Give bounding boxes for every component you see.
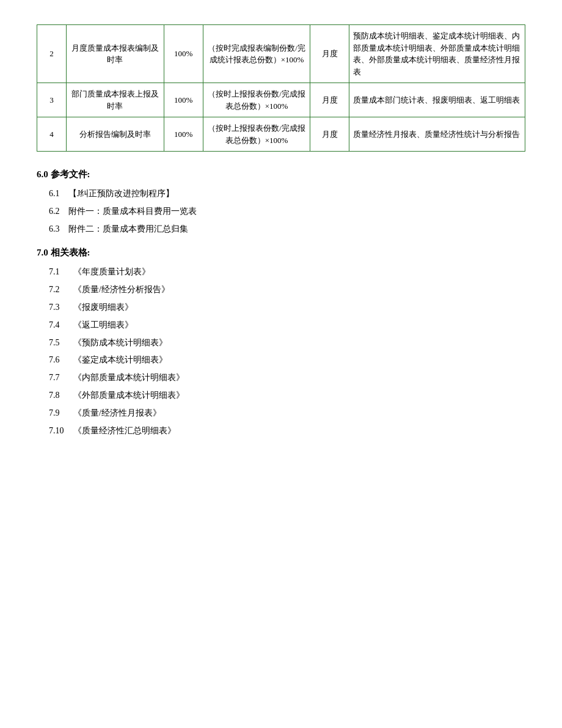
list-item: 6.1【J纠正预防改进控制程序】 (49, 186, 525, 201)
row-target: 100% (164, 117, 203, 152)
item-text: 附件二：质量成本费用汇总归集 (68, 224, 188, 233)
main-table: 2 月度质量成本报表编制及时率 100% （按时完成报表编制份数/完成统计报表总… (37, 24, 525, 152)
section7-heading: 7.0 相关表格: (37, 247, 525, 259)
row-record: 质量成本部门统计表、报废明细表、返工明细表 (349, 83, 525, 117)
item-text: 《鉴定成本统计明细表》 (73, 355, 167, 364)
section7: 7.0 相关表格: 7.1《年度质量计划表》7.2《质量/经济性分析报告》7.3… (37, 247, 525, 438)
list-item: 7.5《预防成本统计明细表》 (49, 336, 525, 350)
section6-list: 6.1【J纠正预防改进控制程序】6.2附件一：质量成本科目费用一览表6.3附件二… (49, 186, 525, 236)
row-target: 100% (164, 25, 203, 83)
item-text: 附件一：质量成本科目费用一览表 (68, 207, 197, 216)
item-text: 《预防成本统计明细表》 (73, 338, 167, 347)
section6-heading-text: 6.0 参考文件: (37, 169, 90, 179)
row-formula: （按时完成报表编制份数/完成统计报表总份数）×100% (203, 25, 310, 83)
item-text: 《返工明细表》 (73, 320, 133, 329)
section7-list: 7.1《年度质量计划表》7.2《质量/经济性分析报告》7.3《报废明细表》7.4… (49, 265, 525, 438)
table-row: 4 分析报告编制及时率 100% （按时上报报表份数/完成报表总份数）×100%… (37, 117, 525, 152)
row-frequency: 月度 (310, 83, 349, 117)
list-item: 7.4《返工明细表》 (49, 318, 525, 333)
row-formula: （按时上报报表份数/完成报表总份数）×100% (203, 83, 310, 117)
section6: 6.0 参考文件: 6.1【J纠正预防改进控制程序】6.2附件一：质量成本科目费… (37, 169, 525, 236)
item-num: 6.2 (49, 204, 68, 219)
item-num: 7.1 (49, 265, 73, 279)
item-num: 7.10 (49, 424, 73, 438)
list-item: 7.1《年度质量计划表》 (49, 265, 525, 279)
item-num: 7.4 (49, 318, 73, 333)
item-num: 7.3 (49, 300, 73, 315)
item-text: 《年度质量计划表》 (73, 267, 150, 276)
item-text: 《内部质量成本统计明细表》 (73, 373, 184, 382)
item-text: 《质量/经济性月报表》 (73, 408, 161, 417)
item-num: 7.7 (49, 370, 73, 385)
list-item: 7.3《报废明细表》 (49, 300, 525, 315)
item-text: 【J纠正预防改进控制程序】 (68, 189, 174, 198)
row-frequency: 月度 (310, 117, 349, 152)
section7-heading-text: 7.0 相关表格: (37, 248, 90, 257)
item-text: 《外部质量成本统计明细表》 (73, 391, 184, 400)
list-item: 7.6《鉴定成本统计明细表》 (49, 353, 525, 367)
table-row: 3 部门质量成本报表上报及时率 100% （按时上报报表份数/完成报表总份数）×… (37, 83, 525, 117)
list-item: 7.8《外部质量成本统计明细表》 (49, 388, 525, 403)
item-num: 6.1 (49, 186, 68, 201)
item-text: 《报废明细表》 (73, 303, 133, 312)
list-item: 7.10《质量经济性汇总明细表》 (49, 424, 525, 438)
item-num: 7.5 (49, 336, 73, 350)
row-record: 预防成本统计明细表、鉴定成本统计明细表、内部质量成本统计明细表、外部质量成本统计… (349, 25, 525, 83)
list-item: 6.3附件二：质量成本费用汇总归集 (49, 222, 525, 237)
item-text: 《质量经济性汇总明细表》 (73, 426, 176, 435)
row-name: 分析报告编制及时率 (66, 117, 164, 152)
row-formula: （按时上报报表份数/完成报表总份数）×100% (203, 117, 310, 152)
row-record: 质量经济性月报表、质量经济性统计与分析报告 (349, 117, 525, 152)
row-name: 月度质量成本报表编制及时率 (66, 25, 164, 83)
section6-heading: 6.0 参考文件: (37, 169, 525, 180)
row-target: 100% (164, 83, 203, 117)
list-item: 7.9《质量/经济性月报表》 (49, 406, 525, 421)
item-num: 7.2 (49, 282, 73, 297)
item-num: 7.9 (49, 406, 73, 421)
row-name: 部门质量成本报表上报及时率 (66, 83, 164, 117)
item-num: 6.3 (49, 222, 68, 237)
row-num: 2 (37, 25, 67, 83)
table-row: 2 月度质量成本报表编制及时率 100% （按时完成报表编制份数/完成统计报表总… (37, 25, 525, 83)
item-text: 《质量/经济性分析报告》 (73, 285, 170, 294)
list-item: 7.2《质量/经济性分析报告》 (49, 282, 525, 297)
row-num: 4 (37, 117, 67, 152)
item-num: 7.8 (49, 388, 73, 403)
list-item: 7.7《内部质量成本统计明细表》 (49, 370, 525, 385)
row-frequency: 月度 (310, 25, 349, 83)
row-num: 3 (37, 83, 67, 117)
performance-table: 2 月度质量成本报表编制及时率 100% （按时完成报表编制份数/完成统计报表总… (37, 24, 525, 152)
item-num: 7.6 (49, 353, 73, 367)
list-item: 6.2附件一：质量成本科目费用一览表 (49, 204, 525, 219)
